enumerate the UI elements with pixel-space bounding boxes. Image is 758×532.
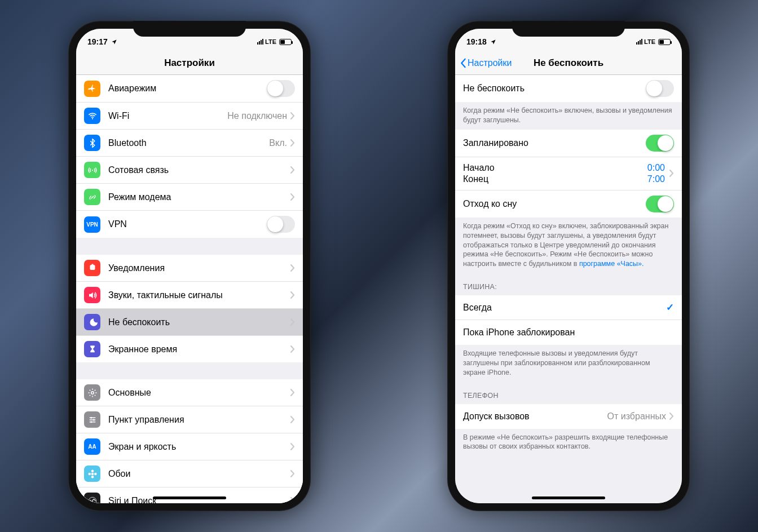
battery-icon — [279, 39, 292, 45]
vpn-icon: VPN — [84, 216, 100, 233]
start-label: Начало — [463, 163, 495, 173]
cell-value: Вкл. — [269, 138, 287, 148]
cell-schedule-time[interactable]: Начало 0:00 Конец 7:00 — [455, 157, 682, 190]
cell-bedtime[interactable]: Отход ко сну — [455, 190, 682, 218]
status-network: LTE — [644, 38, 655, 45]
cell-scheduled[interactable]: Запланировано — [455, 130, 682, 157]
cell-label: Не беспокоить — [463, 83, 646, 94]
back-label: Настройки — [468, 58, 512, 68]
nav-title: Не беспокоить — [534, 57, 603, 69]
chevron-right-icon — [669, 170, 674, 177]
chevron-right-icon — [290, 497, 295, 503]
screen-dnd: 19:18 LTE Настройки Не беспокоить Не бес… — [455, 29, 682, 503]
chevron-left-icon — [460, 58, 466, 68]
toggle-bedtime[interactable] — [646, 196, 674, 212]
cell-cellular[interactable]: Сотовая связь — [76, 157, 303, 184]
cell-silence-always[interactable]: Всегда ✓ — [455, 295, 682, 320]
bluetooth-icon — [84, 135, 100, 151]
end-value: 7:00 — [647, 174, 665, 184]
cell-label: Не беспокоить — [108, 317, 290, 327]
svg-rect-2 — [90, 265, 95, 270]
cell-controlcenter[interactable]: Пункт управления — [76, 406, 303, 433]
cell-label: Экран и яркость — [108, 442, 290, 452]
cell-siri[interactable]: Siri и Поиск — [76, 487, 303, 503]
dnd-content[interactable]: Не беспокоить Когда режим «Не беспокоить… — [455, 75, 682, 503]
cell-label: Пункт управления — [108, 415, 290, 425]
cell-label: Основные — [108, 388, 290, 398]
cell-wifi[interactable]: Wi-FiНе подключен — [76, 103, 303, 130]
cell-label: Отход ко сну — [463, 199, 646, 209]
clock-app-link[interactable]: программе «Часы». — [579, 260, 644, 268]
cell-label: Сотовая связь — [108, 165, 290, 175]
cell-notifications[interactable]: Уведомления — [76, 255, 303, 282]
home-indicator[interactable] — [532, 496, 605, 499]
svg-point-11 — [88, 472, 91, 475]
toggle-scheduled[interactable] — [646, 135, 674, 152]
cell-label: Запланировано — [463, 138, 646, 148]
cell-label: Режим модема — [108, 192, 290, 202]
cell-dnd[interactable]: Не беспокоить — [76, 309, 303, 336]
cell-wallpaper[interactable]: Обои — [76, 460, 303, 487]
allow-desc: В режиме «Не беспокоить» разрешить входя… — [455, 429, 682, 456]
svg-point-5 — [90, 416, 92, 418]
svg-point-6 — [92, 419, 94, 420]
svg-rect-3 — [91, 264, 93, 265]
cell-display[interactable]: AAЭкран и яркость — [76, 433, 303, 460]
phone-header: ТЕЛЕФОН — [455, 382, 682, 404]
svg-point-1 — [91, 169, 92, 170]
cellular-icon — [84, 162, 100, 178]
status-network: LTE — [265, 38, 276, 45]
end-label: Конец — [463, 174, 488, 184]
svg-point-9 — [91, 469, 94, 472]
back-button[interactable]: Настройки — [460, 58, 512, 68]
cell-label: Пока iPhone заблокирован — [463, 327, 674, 338]
settings-list[interactable]: АвиарежимWi-FiНе подключенBluetoothВкл.С… — [76, 75, 303, 503]
cell-label: Всегда — [463, 303, 666, 313]
svg-point-0 — [91, 118, 92, 119]
cell-bluetooth[interactable]: BluetoothВкл. — [76, 130, 303, 157]
notifications-icon — [84, 260, 100, 276]
phone-right: 19:18 LTE Настройки Не беспокоить Не бес… — [447, 21, 690, 511]
screen-settings: 19:17 LTE Настройки АвиарежимWi-FiНе под… — [76, 29, 303, 503]
status-time: 19:17 — [87, 37, 108, 46]
chevron-right-icon — [290, 416, 295, 423]
cell-screentime[interactable]: Экранное время — [76, 336, 303, 362]
cell-general[interactable]: Основные — [76, 379, 303, 406]
location-icon — [490, 39, 496, 45]
cell-airplane[interactable]: Авиарежим — [76, 75, 303, 103]
chevron-right-icon — [290, 470, 295, 477]
nav-bar: Настройки — [76, 51, 303, 75]
toggle-airplane[interactable] — [267, 80, 295, 97]
wifi-icon — [84, 108, 100, 124]
location-icon — [111, 39, 117, 45]
checkmark-icon: ✓ — [666, 302, 674, 313]
home-indicator[interactable] — [153, 496, 226, 499]
airplane-icon — [84, 81, 100, 97]
wallpaper-icon — [84, 466, 100, 482]
cell-label: Экранное время — [108, 344, 290, 354]
toggle-vpn[interactable] — [267, 216, 295, 233]
controlcenter-icon — [84, 411, 100, 428]
cell-label: VPN — [108, 219, 267, 229]
cell-silence-locked[interactable]: Пока iPhone заблокирован — [455, 320, 682, 345]
signal-icon — [257, 39, 263, 45]
chevron-right-icon — [290, 389, 295, 396]
toggle-dnd[interactable] — [646, 80, 674, 97]
cell-label: Допуск вызовов — [463, 411, 607, 422]
cell-sounds[interactable]: Звуки, тактильные сигналы — [76, 282, 303, 309]
chevron-right-icon — [290, 193, 295, 201]
cell-label: Обои — [108, 469, 290, 479]
hotspot-icon — [84, 189, 100, 205]
notch — [512, 21, 625, 37]
cell-hotspot[interactable]: Режим модема — [76, 184, 303, 211]
cell-label: Wi-Fi — [108, 111, 227, 121]
cell-vpn[interactable]: VPNVPN — [76, 211, 303, 238]
cell-dnd-toggle[interactable]: Не беспокоить — [455, 75, 682, 102]
dnd-icon — [84, 314, 100, 330]
cell-label: Авиарежим — [108, 83, 267, 94]
cell-value: От избранных — [607, 411, 666, 422]
chevron-right-icon — [290, 264, 295, 272]
cell-label: Bluetooth — [108, 138, 269, 148]
bedtime-desc: Когда режим «Отход ко сну» включен, забл… — [455, 218, 682, 273]
cell-allow-calls[interactable]: Допуск вызовов От избранных — [455, 404, 682, 429]
